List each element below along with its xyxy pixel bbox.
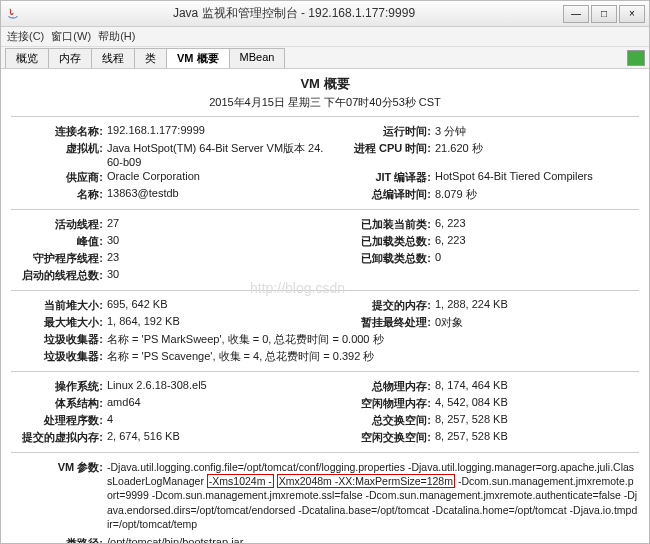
window-title: Java 监视和管理控制台 - 192.168.1.177:9999 — [25, 5, 563, 22]
minimize-button[interactable]: — — [563, 5, 589, 23]
label-gc1: 垃圾收集器: — [11, 332, 107, 347]
value-classpath: /opt/tomcat/bin/bootstrap.jar — [107, 536, 639, 543]
label-cvm: 提交的虚拟内存: — [11, 430, 107, 445]
tab-vm-summary[interactable]: VM 概要 — [166, 48, 230, 68]
value-cvm: 2, 674, 516 KB — [107, 430, 325, 442]
label-unloaded: 已卸载类总数: — [325, 251, 435, 266]
label-classpath: 类路径: — [11, 536, 107, 543]
connect-indicator-icon[interactable] — [627, 50, 645, 66]
label-cpu: 进程 CPU 时间: — [325, 141, 435, 156]
label-compile: 总编译时间: — [325, 187, 435, 202]
label-conn-name: 连接名称: — [11, 124, 107, 139]
page-title: VM 概要 — [11, 75, 639, 93]
label-uptime: 运行时间: — [325, 124, 435, 139]
value-gc1: 名称 = 'PS MarkSweep', 收集 = 0, 总花费时间 = 0.0… — [107, 332, 639, 347]
highlight-xmx: Xmx2048m -XX:MaxPermSize=128m — [277, 474, 455, 488]
value-uptime: 3 分钟 — [435, 124, 639, 139]
value-cpu: 21.620 秒 — [435, 141, 639, 156]
tab-threads[interactable]: 线程 — [91, 48, 135, 68]
value-total-loaded: 6, 223 — [435, 234, 639, 246]
value-vendor: Oracle Corporation — [107, 170, 325, 182]
value-loaded: 6, 223 — [435, 217, 639, 229]
tab-overview[interactable]: 概览 — [5, 48, 49, 68]
value-conn-name: 192.168.1.177:9999 — [107, 124, 325, 136]
tab-classes[interactable]: 类 — [134, 48, 167, 68]
label-vm: 虚拟机: — [11, 141, 107, 156]
label-cur-heap: 当前堆大小: — [11, 298, 107, 313]
value-max-heap: 1, 864, 192 KB — [107, 315, 325, 327]
value-proc: 4 — [107, 413, 325, 425]
close-button[interactable]: × — [619, 5, 645, 23]
label-arch: 体系结构: — [11, 396, 107, 411]
tab-mbeans[interactable]: MBean — [229, 48, 286, 68]
value-committed: 1, 288, 224 KB — [435, 298, 639, 310]
value-arch: amd64 — [107, 396, 325, 408]
value-cur-heap: 695, 642 KB — [107, 298, 325, 310]
label-daemon: 守护程序线程: — [11, 251, 107, 266]
maximize-button[interactable]: □ — [591, 5, 617, 23]
label-fswap: 空闲交换空间: — [325, 430, 435, 445]
value-fswap: 8, 257, 528 KB — [435, 430, 639, 442]
label-name: 名称: — [11, 187, 107, 202]
label-jit: JIT 编译器: — [325, 170, 435, 185]
label-committed: 提交的内存: — [325, 298, 435, 313]
value-vm-args: -Djava.util.logging.config.file=/opt/tom… — [107, 460, 639, 531]
value-name: 13863@testdb — [107, 187, 325, 199]
highlight-xms: -Xms1024m - — [207, 474, 274, 488]
label-os: 操作系统: — [11, 379, 107, 394]
value-os: Linux 2.6.18-308.el5 — [107, 379, 325, 391]
value-unloaded: 0 — [435, 251, 639, 263]
value-tswap: 8, 257, 528 KB — [435, 413, 639, 425]
value-live-threads: 27 — [107, 217, 325, 229]
label-vendor: 供应商: — [11, 170, 107, 185]
value-fmem: 4, 542, 084 KB — [435, 396, 639, 408]
label-tswap: 总交换空间: — [325, 413, 435, 428]
titlebar: Java 监视和管理控制台 - 192.168.1.177:9999 — □ × — [1, 1, 649, 27]
content-pane: http://blog.csdn VM 概要 2015年4月15日 星期三 下午… — [1, 69, 649, 543]
page-date: 2015年4月15日 星期三 下午07时40分53秒 CST — [11, 95, 639, 110]
label-fmem: 空闲物理内存: — [325, 396, 435, 411]
label-loaded: 已加装当前类: — [325, 217, 435, 232]
menu-window[interactable]: 窗口(W) — [51, 29, 91, 44]
label-peak: 峰值: — [11, 234, 107, 249]
value-pending: 0对象 — [435, 315, 639, 330]
value-pmem: 8, 174, 464 KB — [435, 379, 639, 391]
menu-help[interactable]: 帮助(H) — [98, 29, 135, 44]
value-peak: 30 — [107, 234, 325, 246]
label-vm-args: VM 参数: — [11, 460, 107, 475]
label-started: 启动的线程总数: — [11, 268, 107, 283]
label-total-loaded: 已加载类总数: — [325, 234, 435, 249]
label-pending: 暂挂最终处理: — [325, 315, 435, 330]
label-proc: 处理程序数: — [11, 413, 107, 428]
menubar: 连接(C) 窗口(W) 帮助(H) — [1, 27, 649, 47]
tab-memory[interactable]: 内存 — [48, 48, 92, 68]
java-icon — [5, 6, 21, 22]
label-gc2: 垃圾收集器: — [11, 349, 107, 364]
value-daemon: 23 — [107, 251, 325, 263]
menu-connect[interactable]: 连接(C) — [7, 29, 44, 44]
tab-bar: 概览 内存 线程 类 VM 概要 MBean — [1, 47, 649, 69]
label-max-heap: 最大堆大小: — [11, 315, 107, 330]
value-jit: HotSpot 64-Bit Tiered Compilers — [435, 170, 639, 182]
label-live-threads: 活动线程: — [11, 217, 107, 232]
value-gc2: 名称 = 'PS Scavenge', 收集 = 4, 总花费时间 = 0.39… — [107, 349, 639, 364]
value-vm: Java HotSpot(TM) 64-Bit Server VM版本 24.6… — [107, 141, 325, 168]
label-pmem: 总物理内存: — [325, 379, 435, 394]
value-compile: 8.079 秒 — [435, 187, 639, 202]
value-started: 30 — [107, 268, 325, 280]
